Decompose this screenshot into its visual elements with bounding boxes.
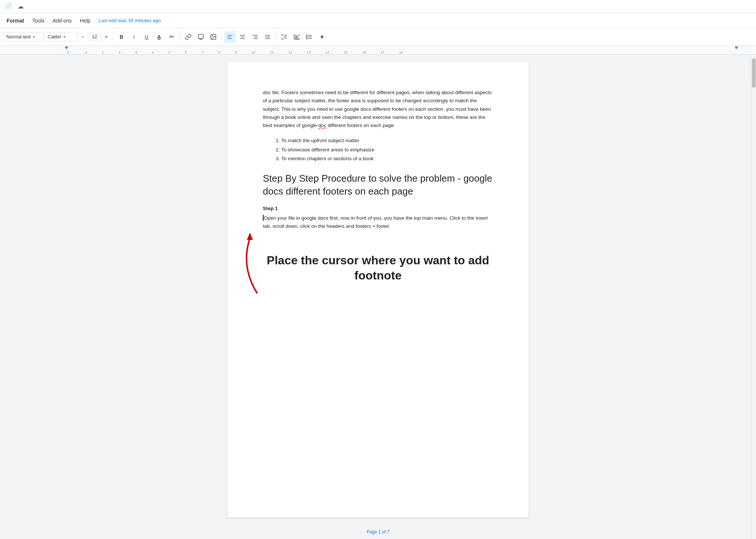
style-label: Normal text [6,34,31,40]
scrollbar[interactable] [751,55,756,539]
ruler-left-indent [65,47,68,49]
step1-text: Open your file in google docs first, now… [263,214,493,231]
annotation-heading: Place the cursor where you want to add f… [263,253,493,284]
italic-button[interactable]: I [128,31,140,43]
checklist-icon [293,34,300,40]
divider-1 [113,32,113,42]
main-area: doc file. Footers sometimes need to be d… [0,55,756,525]
scrollbar-thumb[interactable] [752,58,756,88]
numbered-list: To match the upfront subject matter To s… [274,136,493,163]
underline-button[interactable]: U [141,31,152,43]
text-cursor [263,215,264,221]
comment-icon [197,34,204,40]
ruler-marks: -2 -1 1 2 3 4 5 6 7 8 9 10 11 12 13 14 1… [0,46,756,54]
divider-3 [221,32,222,42]
align-right-icon [252,34,258,40]
intro-paragraph: doc file. Footers sometimes need to be d… [263,89,493,130]
more-icon: ▾ [320,33,324,41]
font-size-decrease[interactable]: − [78,32,87,41]
line-spacing-icon [281,34,288,40]
insert-comment-button[interactable] [195,31,207,43]
list-item: To showcase different areas to emphasize [281,145,493,154]
list-item: To mention chapters or sections of a boo… [281,154,493,163]
step1-label: Step 1 [263,205,493,213]
svg-point-5 [212,35,213,36]
insert-image-button[interactable] [207,31,219,43]
font-selector[interactable]: Calibri ▾ [44,32,78,41]
section-heading: Step By Step Procedure to solve the prob… [263,172,493,198]
toolbar: Normal text ▾ Calibri ▾ − + B I U A ✏ [0,28,756,46]
doc-icon: 📄 [4,3,12,10]
font-size-increase[interactable]: + [102,32,111,41]
document-page[interactable]: doc file. Footers sometimes need to be d… [227,62,529,518]
annotation-container: Place the cursor where you want to add f… [263,238,493,284]
svg-marker-30 [247,233,253,240]
text-color-icon: A [157,34,161,40]
align-left-icon [227,34,233,40]
bold-button[interactable]: B [116,31,127,43]
cloud-icon: ☁ [17,3,24,10]
more-button[interactable]: ▾ [316,31,328,43]
page-indicator: Page 1 of 7 [0,525,756,539]
menu-help[interactable]: Help [76,16,94,25]
spellcheck-word: doc [318,123,326,128]
font-size-control: − + [78,32,111,41]
ruler-right-indent [735,47,738,49]
svg-point-28 [306,36,307,37]
annotation-text-area: Place the cursor where you want to add f… [263,249,493,284]
text-color-button[interactable]: A [153,31,165,43]
align-justify-icon [264,34,271,40]
last-edit-text: Last edit was 39 minutes ago [99,18,161,23]
list-icon [306,34,313,40]
menu-bar: Format Tools Add-ons Help Last edit was … [0,13,756,28]
red-arrow [237,231,267,297]
align-right-button[interactable] [249,31,261,43]
style-selector[interactable]: Normal text ▾ [3,32,44,41]
menu-addons[interactable]: Add-ons [49,16,75,25]
divider-4 [276,32,276,42]
style-chevron: ▾ [33,35,35,39]
align-center-button[interactable] [237,31,248,43]
checklist-button[interactable] [291,31,303,43]
ruler: -2 -1 1 2 3 4 5 6 7 8 9 10 11 12 13 14 1… [0,46,756,55]
highlight-button[interactable]: ✏ [166,31,178,43]
menu-tools[interactable]: Tools [28,16,48,25]
line-spacing-button[interactable] [278,31,290,43]
align-left-button[interactable] [224,31,236,43]
menu-format[interactable]: Format [3,16,28,25]
list-button[interactable] [303,31,315,43]
svg-rect-0 [198,34,203,38]
link-icon [185,34,192,40]
align-center-icon [239,34,246,40]
highlight-icon: ✏ [169,33,174,40]
image-icon [210,34,217,40]
list-item: To match the upfront subject matter [281,136,493,145]
svg-point-29 [306,38,307,39]
link-button[interactable] [182,31,194,43]
font-chevron: ▾ [63,35,65,39]
system-bar: 📄 ☁ [0,0,756,13]
align-justify-button[interactable] [262,31,274,43]
divider-2 [180,32,180,42]
svg-point-27 [306,35,307,35]
font-label: Calibri [48,34,61,40]
font-size-input[interactable] [88,33,101,41]
